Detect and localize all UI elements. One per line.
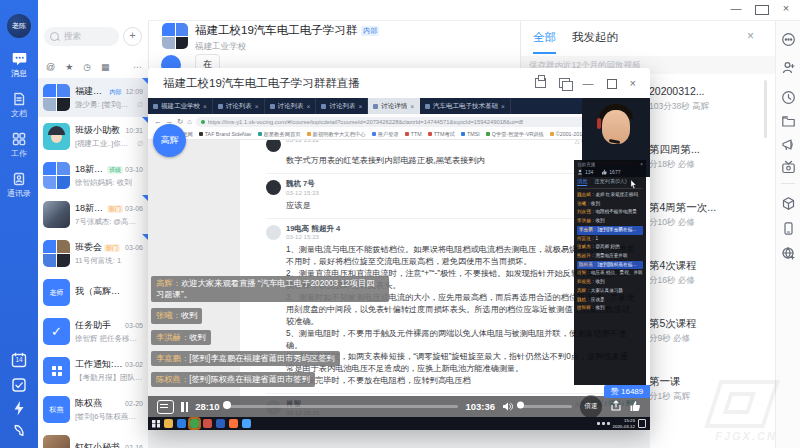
replay-tab[interactable]: 全部 [533, 30, 556, 54]
search-input-wrap[interactable] [44, 27, 119, 46]
live-chat-message: 李嘉鹏[签到]李嘉鹏在福建省莆田市秀屿区签到 [577, 226, 643, 235]
playback-speed-button[interactable]: 倍速 [579, 395, 603, 419]
conversation-name: 班级小助教 [75, 124, 120, 137]
post-avatar [266, 140, 281, 152]
filter-icon[interactable]: ▦ [101, 62, 110, 72]
conversation-item[interactable]: 18新能源家... 班级 03-10 徐智娟妈妈: 收到 ∅ [38, 156, 148, 195]
pause-button[interactable] [181, 402, 188, 412]
replay-meta: 分1秒 高辉 [649, 391, 761, 403]
conversation-item[interactable]: 工作通知:18新... 03-02 【考勤月报】团队上... ∅ [38, 351, 148, 390]
filter-icon[interactable]: ◷ [83, 62, 91, 72]
conversation-avatar [43, 201, 70, 228]
files-folder-icon[interactable] [781, 114, 796, 129]
conversation-avatar [43, 435, 70, 448]
like-thumb-icon[interactable] [629, 398, 641, 416]
copy-link-icon[interactable] [559, 78, 570, 88]
conversation-name: 钉钉小秘书 [75, 441, 120, 448]
add-button[interactable]: + [123, 27, 142, 46]
history-clock-icon[interactable] [781, 90, 796, 105]
phone-icon[interactable] [11, 424, 27, 440]
popout-icon[interactable] [535, 78, 546, 88]
favicon [321, 104, 326, 109]
conversation-item[interactable]: 班委会 部门 03-06 11号何富珗: 1 ∅ [38, 234, 148, 273]
post-time: 03-12 15:23 [286, 189, 319, 197]
volume-slider[interactable] [520, 405, 572, 407]
total-time: 103:36 [465, 401, 495, 412]
share-icon[interactable] [610, 398, 622, 416]
conversation-preview: 徐智辉 把任务移到了... [75, 334, 143, 344]
scrollbar[interactable] [764, 80, 767, 138]
video-viewport[interactable]: 福建工业学校 × 讨论列表 × 讨论列表 × 讨论列表 × 讨论详情 [148, 98, 650, 430]
group-avatar[interactable] [162, 23, 188, 49]
window-close-button[interactable]: × [780, 2, 792, 17]
browser-tab: 讨论列表 × [265, 98, 317, 114]
post-time: 03-12 15:22 [286, 140, 319, 144]
bookmark-item: TMSI [461, 131, 480, 137]
chat-input-area[interactable] [148, 430, 650, 448]
replay-tab[interactable]: 我发起的 [572, 30, 618, 54]
rail-item-docs[interactable]: 文档 [0, 92, 38, 119]
favicon [373, 104, 378, 109]
live-panel-tab[interactable]: 连麦列表(0人) [594, 178, 626, 186]
live-panel-tab[interactable]: 消息 [577, 178, 587, 186]
flash-icon[interactable] [11, 400, 27, 416]
window-restore-button[interactable] [755, 2, 767, 17]
post-author: 魏杭 7号 [286, 179, 319, 189]
taskbar-app-icon [164, 419, 173, 428]
volume-handle[interactable] [517, 402, 524, 409]
conversation-item[interactable]: 福建工校19... 内部 12:09 游少勇: [签到]游少勇... ∅ [38, 78, 148, 117]
rail-item-work[interactable]: 工作 [0, 132, 38, 159]
tasks-icon[interactable] [11, 377, 27, 393]
live-tv-icon[interactable] [781, 160, 796, 175]
filter-icon[interactable]: ★ [65, 62, 73, 72]
conversation-item[interactable]: 班级小助教 10:31 [福建工业..]你有一条... ∅ [38, 117, 148, 156]
work-grid-icon [0, 132, 38, 147]
conversation-item[interactable]: ✓ 任务助手 03-05 徐智辉 把任务移到了... ∅ [38, 312, 148, 351]
announcement-icon[interactable] [781, 137, 796, 152]
rail-item-messages[interactable]: 消息 [0, 52, 38, 79]
globe-add-icon[interactable] [781, 246, 796, 261]
search-icon [50, 32, 59, 41]
player-titlebar[interactable]: 福建工校19汽车电工电子学习群群直播 — × [148, 68, 650, 98]
conversation-item[interactable]: 钉钉小秘书 02-16 ∅ [38, 429, 148, 448]
player-minimize-button[interactable]: — [583, 77, 594, 89]
volume-icon[interactable] [502, 398, 513, 416]
more-filters-icon[interactable]: ⋯ [133, 62, 142, 72]
filter-icon[interactable]: @ [46, 62, 55, 72]
calendar-icon[interactable]: 14 [11, 352, 27, 368]
conversation-item[interactable]: 18新能源班... 部门 03-06 7号张威杰: @高辉 好的 ∅ [38, 195, 148, 234]
streamer-avatar: 高辉 [153, 124, 186, 157]
conversation-avatar: 权燕 [43, 396, 70, 423]
browser-tab: 讨论列表 × [213, 98, 265, 114]
user-avatar[interactable]: 老陈 [7, 14, 31, 38]
device-icon[interactable] [781, 221, 796, 236]
danmaku-message: 李洪赫收到 [151, 330, 211, 345]
home-icon: ⌂ [187, 117, 192, 126]
rail-label: 工作 [0, 148, 38, 159]
danmaku-toggle-icon[interactable] [157, 400, 174, 414]
seek-handle[interactable] [223, 401, 231, 409]
conversation-preview: 11号何富珗: 1 [75, 256, 143, 266]
player-close-button[interactable]: × [630, 77, 636, 89]
bookmark-item: TTM [405, 131, 422, 137]
seek-bar[interactable] [227, 405, 459, 407]
add-member-icon[interactable] [781, 60, 796, 75]
window-minimize-button[interactable]: — [730, 2, 742, 17]
list-filters: @★◷▦ ⋯ [46, 60, 142, 74]
rail-item-contacts[interactable]: 通讯录 [0, 172, 38, 199]
conversation-item[interactable]: 权燕 陈权燕 02-20 [签到]6号陈权燕在凤... ∅ [38, 390, 148, 429]
live-panel-close-icon[interactable]: × [640, 162, 643, 167]
apps-box-icon[interactable] [781, 196, 796, 211]
panel-close-icon[interactable]: × [747, 29, 754, 43]
conversation-avatar: 老师 [43, 279, 70, 306]
live-chat-message: 熊超升测量电压要并联 [577, 252, 643, 261]
live-chat-message: 张威杰@高辉 好的 [577, 243, 643, 252]
player-maximize-button[interactable] [607, 76, 617, 91]
replay-title: 第一课 [649, 375, 761, 389]
search-input[interactable] [62, 30, 113, 42]
address-bar: https://lms-y1.1.xk-vocing.com/#/course/… [196, 117, 611, 127]
group-toolbar [775, 20, 800, 448]
reload-icon: ↻ [177, 117, 183, 126]
more-circle-icon[interactable] [781, 32, 796, 47]
conversation-item[interactable]: 老师 我（高辉老师） ∅ [38, 273, 148, 312]
